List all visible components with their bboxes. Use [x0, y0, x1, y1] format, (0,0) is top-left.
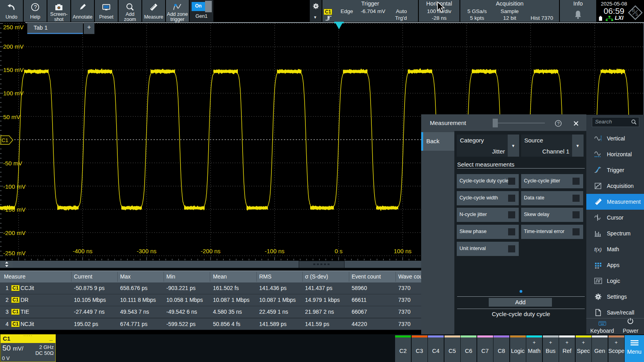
svg-text:f(x): f(x) — [594, 246, 602, 252]
svg-text:S: S — [635, 12, 638, 17]
svg-text:?: ? — [557, 121, 559, 126]
svg-text:C1: C1 — [2, 137, 8, 143]
svg-text:?: ? — [34, 4, 37, 10]
svg-text:R: R — [632, 9, 635, 13]
